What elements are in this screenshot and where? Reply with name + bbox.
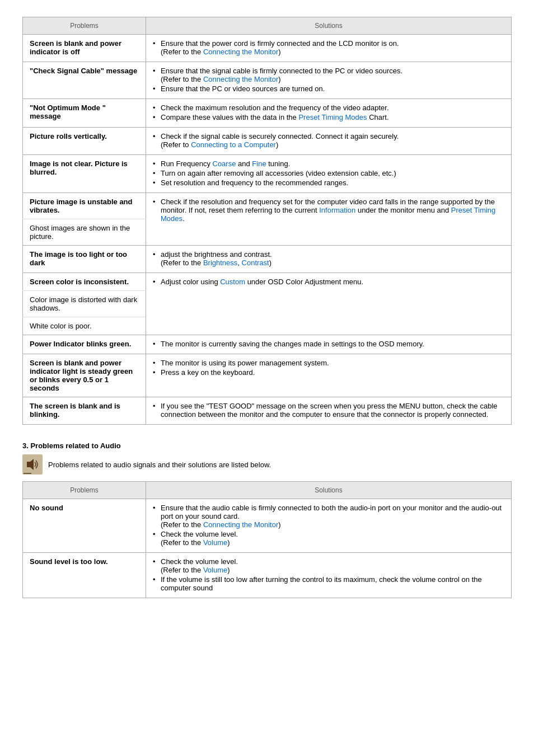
solution-cell: The monitor is currently saving the chan… [146,335,512,354]
problem-cell: "Check Signal Cable" message [23,62,146,99]
solution-cell: Check the maximum resolution and the fre… [146,99,512,128]
section-3-header: 3. Problems related to Audio Problems re… [22,442,512,475]
link[interactable]: Volume [203,538,227,547]
speaker-icon [22,454,43,475]
problem-cell: "Not Optimum Mode " message [23,99,146,128]
list-item: Check if the signal cable is securely co… [153,132,504,149]
link[interactable]: Brightness [203,259,237,267]
list-item: If the volume is still too low after tur… [153,575,504,592]
col-header-problems-1: Problems [23,17,146,35]
solution-cell: Ensure that the signal cable is firmly c… [146,62,512,99]
table-row: Image is not clear. Picture is blurred. … [23,155,512,193]
link[interactable]: Contrast [242,259,269,267]
list-item: If you see the "TEST GOOD" message on th… [153,402,504,419]
list-item: Ensure that the signal cable is firmly c… [153,67,504,83]
list-item: Adjust color using Custom under OSD Colo… [153,278,504,286]
problems-table-1: Problems Solutions Screen is blank and p… [22,17,512,425]
link[interactable]: Connecting the Monitor [203,520,278,529]
list-item: The monitor is currently saving the chan… [153,340,504,348]
table-row: The image is too light or too dark adjus… [23,246,512,273]
link[interactable]: Connecting the Monitor [203,48,278,56]
problems-table-2: Problems Solutions No sound Ensure that … [22,481,512,598]
link[interactable]: Volume [203,566,227,574]
table-row: The screen is blank and is blinking. If … [23,397,512,425]
list-item: Turn on again after removing all accesso… [153,169,504,177]
problem-cell: Screen is blank and power indicator is o… [23,35,146,62]
list-item: Set resolution and frequency to the reco… [153,179,504,187]
table-row: Screen is blank and power indicator ligh… [23,354,512,397]
link[interactable]: Connecting to a Computer [191,140,276,149]
problem-cell: The screen is blank and is blinking. [23,397,146,425]
solution-cell: The monitor is using its power managemen… [146,354,512,397]
list-item: Check if the resolution and frequency se… [153,198,504,223]
solution-cell: Check the volume level.(Refer to the Vol… [146,553,512,598]
problem-cell: Ghost images are shown in the picture. [23,219,146,246]
problem-cell: Color image is distorted with dark shado… [23,291,146,317]
table-row: "Not Optimum Mode " message Check the ma… [23,99,512,128]
section-intro-text: Problems related to audio signals and th… [48,461,271,469]
problem-cell: Sound level is too low. [23,553,146,598]
list-item: Check the volume level.(Refer to the Vol… [153,557,504,574]
table-row: Sound level is too low. Check the volume… [23,553,512,598]
link[interactable]: Information [319,206,355,214]
problem-cell: The image is too light or too dark [23,246,146,273]
col-header-solutions-1: Solutions [146,17,512,35]
link[interactable]: Connecting the Monitor [203,75,278,83]
solution-cell: Ensure that the audio cable is firmly co… [146,499,512,553]
col-header-solutions-2: Solutions [146,482,512,499]
solution-cell: Ensure that the power cord is firmly con… [146,35,512,62]
problem-cell: Power Indicator blinks green. [23,335,146,354]
solution-cell: Adjust color using Custom under OSD Colo… [146,273,512,335]
solution-cell: Run Frequency Coarse and Fine tuning. Tu… [146,155,512,193]
problem-cell: White color is poor. [23,317,146,335]
list-item: The monitor is using its power managemen… [153,359,504,367]
list-item: Ensure that the power cord is firmly con… [153,39,504,56]
list-item: Ensure that the audio cable is firmly co… [153,504,504,529]
problem-cell: No sound [23,499,146,553]
list-item: Check the maximum resolution and the fre… [153,104,504,112]
problem-cell: Screen is blank and power indicator ligh… [23,354,146,397]
link[interactable]: Fine [252,159,266,168]
solution-cell: Check if the signal cable is securely co… [146,128,512,155]
link[interactable]: Custom [220,278,245,286]
list-item: Check the volume level.(Refer to the Vol… [153,530,504,547]
list-item: Compare these values with the data in th… [153,113,504,121]
problem-cell: Picture image is unstable and vibrates. [23,193,146,219]
link[interactable]: Coarse [213,159,236,168]
list-item: Run Frequency Coarse and Fine tuning. [153,159,504,168]
table-row: No sound Ensure that the audio cable is … [23,499,512,553]
table-row: Picture rolls vertically. Check if the s… [23,128,512,155]
solution-cell: If you see the "TEST GOOD" message on th… [146,397,512,425]
list-item: adjust the brightness and contrast.(Refe… [153,250,504,267]
solution-cell: adjust the brightness and contrast.(Refe… [146,246,512,273]
solution-cell: Check if the resolution and frequency se… [146,193,512,246]
col-header-problems-2: Problems [23,482,146,499]
table-row: "Check Signal Cable" message Ensure that… [23,62,512,99]
problem-cell: Screen color is inconsistent. [23,273,146,291]
table-row: Screen is blank and power indicator is o… [23,35,512,62]
table-row: Power Indicator blinks green. The monito… [23,335,512,354]
list-item: Press a key on the keyboard. [153,368,504,377]
link[interactable]: Preset Timing Modes [298,113,367,121]
table-row: Screen color is inconsistent. Adjust col… [23,273,512,291]
list-item: Ensure that the PC or video sources are … [153,84,504,93]
problem-cell: Image is not clear. Picture is blurred. [23,155,146,193]
problem-cell: Picture rolls vertically. [23,128,146,155]
table-row: Picture image is unstable and vibrates. … [23,193,512,219]
section-title: 3. Problems related to Audio [22,442,512,450]
section-intro: Problems related to audio signals and th… [22,454,512,475]
